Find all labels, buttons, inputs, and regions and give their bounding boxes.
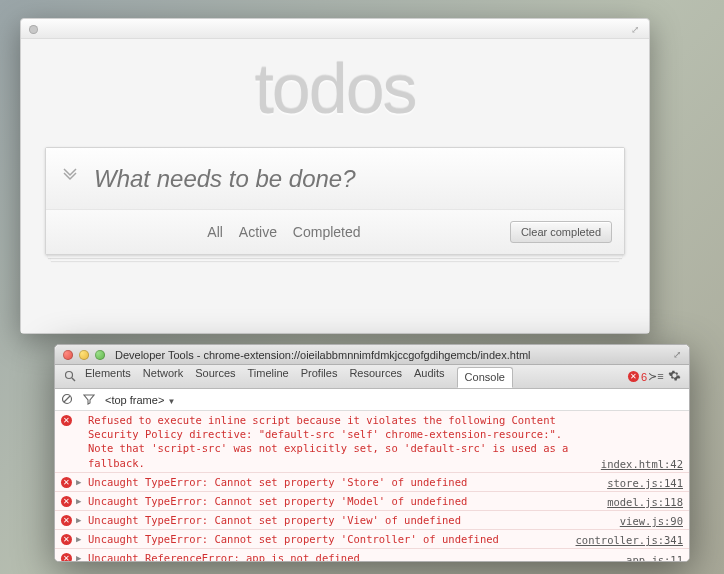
frame-selector[interactable]: <top frame> ▼: [105, 394, 175, 406]
close-dot-icon[interactable]: [29, 25, 38, 34]
minimize-icon[interactable]: [79, 350, 89, 360]
inspect-icon[interactable]: [61, 370, 79, 384]
disclosure-triangle-icon[interactable]: ▶: [76, 477, 84, 487]
toggle-all-icon[interactable]: [46, 168, 94, 189]
error-icon: ✕: [61, 496, 72, 507]
error-icon: ✕: [61, 515, 72, 526]
disclosure-triangle-icon[interactable]: ▶: [76, 496, 84, 506]
page-title: todos: [21, 39, 649, 129]
error-dot-icon: ✕: [628, 371, 639, 382]
source-link[interactable]: index.html:42: [601, 458, 683, 470]
close-icon[interactable]: [63, 350, 73, 360]
tab-timeline[interactable]: Timeline: [248, 367, 289, 387]
svg-line-3: [64, 396, 70, 402]
app-window: ⤢ todos All Active Completed Clear compl…: [20, 18, 650, 334]
console-error-row: ✕▶Uncaught TypeError: Cannot set propert…: [55, 530, 689, 549]
error-message: Uncaught TypeError: Cannot set property …: [88, 494, 595, 508]
tab-audits[interactable]: Audits: [414, 367, 445, 387]
footer-bar: All Active Completed Clear completed: [46, 210, 624, 254]
source-link[interactable]: controller.js:341: [576, 534, 683, 546]
console-error-row: ✕▶Uncaught TypeError: Cannot set propert…: [55, 473, 689, 492]
drawer-toggle-icon[interactable]: ≻≡: [647, 370, 665, 383]
frame-label: <top frame>: [105, 394, 164, 406]
disclosure-triangle-icon[interactable]: ▶: [76, 553, 84, 561]
clear-console-icon[interactable]: [61, 393, 73, 407]
error-icon: ✕: [61, 553, 72, 561]
app-body: todos All Active Completed Clear complet…: [21, 39, 649, 333]
source-link[interactable]: app.js:11: [626, 554, 683, 561]
error-count-badge[interactable]: ✕ 6: [628, 371, 647, 383]
clear-completed-button[interactable]: Clear completed: [510, 221, 612, 243]
tab-sources[interactable]: Sources: [195, 367, 235, 387]
tab-list: Elements Network Sources Timeline Profil…: [85, 367, 513, 387]
expand-icon[interactable]: ⤢: [631, 24, 641, 34]
filter-active[interactable]: Active: [239, 224, 277, 240]
traffic-lights: [63, 350, 105, 360]
filter-icon[interactable]: [83, 393, 95, 407]
console-error-row: ✕▶Uncaught TypeError: Cannot set propert…: [55, 511, 689, 530]
chevron-down-icon: ▼: [167, 397, 175, 406]
svg-point-0: [66, 371, 73, 378]
svg-line-1: [72, 378, 75, 381]
zoom-icon[interactable]: [95, 350, 105, 360]
error-message: Refused to execute inline script because…: [88, 413, 589, 470]
tab-console[interactable]: Console: [457, 367, 513, 388]
disclosure-triangle-icon[interactable]: ▶: [76, 534, 84, 544]
new-todo-input[interactable]: [94, 165, 624, 193]
app-titlebar[interactable]: ⤢: [21, 19, 649, 39]
source-link[interactable]: model.js:118: [607, 496, 683, 508]
error-message: Uncaught TypeError: Cannot set property …: [88, 513, 608, 527]
error-icon: ✕: [61, 477, 72, 488]
tab-profiles[interactable]: Profiles: [301, 367, 338, 387]
console-error-row: ✕▶Uncaught ReferenceError: app is not de…: [55, 549, 689, 561]
error-icon: ✕: [61, 415, 72, 426]
tab-elements[interactable]: Elements: [85, 367, 131, 387]
settings-gear-icon[interactable]: [665, 369, 683, 384]
error-message: Uncaught TypeError: Cannot set property …: [88, 475, 595, 489]
tab-network[interactable]: Network: [143, 367, 183, 387]
todo-card: All Active Completed Clear completed: [45, 147, 625, 255]
error-message: Uncaught TypeError: Cannot set property …: [88, 532, 564, 546]
tab-resources[interactable]: Resources: [349, 367, 402, 387]
expand-icon[interactable]: ⤢: [673, 349, 681, 360]
devtools-title: Developer Tools - chrome-extension://oie…: [115, 349, 673, 361]
devtools-titlebar[interactable]: Developer Tools - chrome-extension://oie…: [55, 345, 689, 365]
filter-group: All Active Completed: [58, 224, 510, 240]
filter-all[interactable]: All: [207, 224, 223, 240]
new-todo-row: [46, 148, 624, 210]
error-icon: ✕: [61, 534, 72, 545]
error-message: Uncaught ReferenceError: app is not defi…: [88, 551, 614, 561]
source-link[interactable]: store.js:141: [607, 477, 683, 489]
console-toolbar: <top frame> ▼: [55, 389, 689, 411]
devtools-tabbar: Elements Network Sources Timeline Profil…: [55, 365, 689, 389]
filter-completed[interactable]: Completed: [293, 224, 361, 240]
console-error-row: ✕▶Uncaught TypeError: Cannot set propert…: [55, 492, 689, 511]
source-link[interactable]: view.js:90: [620, 515, 683, 527]
console-error-row: ✕Refused to execute inline script becaus…: [55, 411, 689, 473]
devtools-window: Developer Tools - chrome-extension://oie…: [54, 344, 690, 562]
console-output[interactable]: ✕Refused to execute inline script becaus…: [55, 411, 689, 561]
disclosure-triangle-icon[interactable]: ▶: [76, 515, 84, 525]
